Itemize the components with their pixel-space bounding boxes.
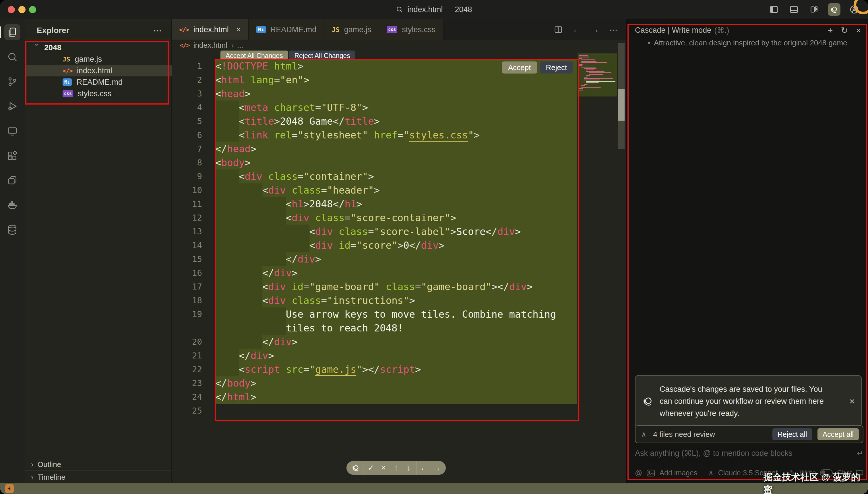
token: "score" (356, 240, 397, 251)
token: " (468, 129, 474, 141)
accept-all-button[interactable]: Accept all (817, 428, 859, 440)
activity-item-docker[interactable] (4, 197, 20, 213)
activity-item-layers[interactable] (4, 172, 20, 188)
folder-row-2048[interactable]: ›2048 (25, 42, 172, 53)
next-change-icon[interactable]: ↓ (402, 463, 415, 473)
split-editor-icon[interactable] (554, 25, 563, 34)
sidebar-more-icon[interactable]: ⋯ (153, 25, 162, 35)
layout-sidebar-icon[interactable] (768, 3, 780, 16)
token: < (239, 364, 244, 375)
files-review-bar: ∧ 4 files need review Reject all Accept … (635, 425, 863, 443)
breadcrumb-ellipsis[interactable]: ... (238, 41, 243, 50)
layout-panel-icon[interactable] (788, 3, 800, 16)
collapse-icon[interactable]: ∧ (641, 430, 646, 438)
accept-change-icon[interactable]: ✓ (364, 463, 377, 473)
more-actions-icon[interactable]: ⋯ (609, 25, 618, 35)
mention-icon[interactable]: @ (635, 469, 642, 477)
token: 0 (403, 240, 409, 251)
token: < (310, 226, 315, 237)
token: " (310, 364, 315, 375)
token: > (439, 240, 444, 251)
changes-saved-notice: Cascade's changes are saved to your file… (635, 375, 862, 428)
cascade-conversation[interactable]: •Attractive, clean design inspired by th… (628, 36, 868, 372)
line-number: 21 (172, 349, 215, 362)
file-item-styles.css[interactable]: cssstyles.css (25, 88, 172, 99)
chevron-right-icon: › (231, 41, 234, 50)
tab-styles.css[interactable]: cssstyles.css (379, 19, 443, 40)
activity-item-remote-window[interactable] (4, 123, 20, 139)
token: > (292, 336, 297, 347)
token: = (397, 129, 403, 141)
close-panel-icon[interactable]: × (856, 25, 861, 35)
js-file-icon: JS (63, 56, 70, 63)
remote-indicator[interactable] (5, 484, 14, 493)
file-item-game.js[interactable]: JSgame.js (25, 53, 172, 65)
token: h1 (292, 198, 303, 210)
code-line: 9<div class="container"> (172, 169, 626, 183)
code-tokens: <div class="container"> (215, 171, 374, 182)
layout-customize-icon[interactable] (808, 3, 820, 16)
line-number: 20 (172, 335, 215, 349)
token (368, 129, 374, 141)
breadcrumb[interactable]: </> index.html › ... (180, 41, 243, 50)
token: < (215, 157, 221, 168)
activity-item-source-control[interactable] (4, 74, 20, 90)
accept-button[interactable]: Accept (502, 61, 537, 74)
previous-change-icon[interactable]: ↑ (390, 463, 402, 473)
editor-pane[interactable]: </> index.html › ... Accept All Changes … (172, 40, 626, 483)
add-images-button[interactable]: Add images (659, 469, 697, 477)
close-tab-icon[interactable]: × (236, 25, 241, 34)
token: > (315, 253, 321, 265)
history-icon[interactable]: ↻ (841, 25, 848, 35)
title-bar: index.html — 2048 (0, 0, 868, 19)
code-tokens: <div class="score-label">Score</div> (215, 226, 521, 237)
tab-index.html[interactable]: </>index.html× (172, 19, 249, 40)
cascade-input[interactable]: Ask anything (⌘L), @ to mention code blo… (635, 449, 863, 458)
minimap-line (586, 75, 590, 76)
code-line: 7</head> (172, 142, 626, 156)
activity-item-run-debug[interactable] (4, 98, 20, 114)
token: game.js (315, 364, 356, 375)
sidebar-section-outline[interactable]: › Outline (25, 458, 172, 471)
file-item-index.html[interactable]: </>index.html (25, 65, 172, 76)
section-label: Timeline (38, 473, 65, 482)
minimap[interactable] (579, 55, 616, 93)
token: Score (456, 226, 486, 237)
reject-button[interactable]: Reject (540, 61, 573, 74)
token: div (298, 253, 315, 265)
navigate-back-icon[interactable]: ← (572, 25, 581, 35)
token: </ (215, 391, 227, 403)
windsurf-cascade-icon[interactable] (828, 3, 841, 16)
bullet-text: Attractive, clean design inspired by the… (654, 38, 847, 47)
token: div (497, 226, 515, 237)
token: </ (409, 240, 421, 251)
line-number: 23 (172, 376, 215, 390)
activity-item-explorer[interactable] (4, 24, 20, 40)
activity-item-search[interactable] (4, 49, 20, 65)
navigate-forward-icon[interactable]: → (591, 25, 599, 35)
code-tokens: </head> (215, 143, 256, 154)
activity-item-database[interactable] (4, 222, 20, 238)
sidebar-section-timeline[interactable]: › Timeline (25, 471, 172, 483)
html-file-icon: </> (179, 26, 189, 33)
activity-item-extensions[interactable] (4, 148, 20, 164)
dismiss-notice-icon[interactable]: × (849, 396, 855, 407)
tab-README.md[interactable]: M↓README.md (249, 19, 324, 40)
token: id (339, 240, 351, 251)
code-line-content: </body> (215, 376, 577, 390)
reject-change-icon[interactable]: × (377, 463, 390, 473)
next-file-icon[interactable]: → (430, 463, 443, 473)
file-label: index.html (77, 66, 112, 75)
breadcrumb-file[interactable]: index.html (194, 41, 228, 50)
token: > (409, 295, 415, 306)
token: > (251, 391, 256, 403)
code-content[interactable]: 1<!DOCTYPE html>2<html lang="en">3<head>… (172, 59, 626, 418)
previous-file-icon[interactable]: ← (418, 463, 430, 473)
reject-all-button[interactable]: Reject all (772, 428, 812, 440)
new-conversation-icon[interactable]: + (828, 25, 833, 35)
token: = (315, 102, 321, 113)
tab-game.js[interactable]: JSgame.js (324, 19, 379, 40)
code-line-content: <div class="score-label">Score</div> (215, 225, 577, 239)
window-title-search[interactable]: index.html — 2048 (0, 0, 868, 19)
file-item-README.md[interactable]: M↓README.md (25, 76, 172, 88)
